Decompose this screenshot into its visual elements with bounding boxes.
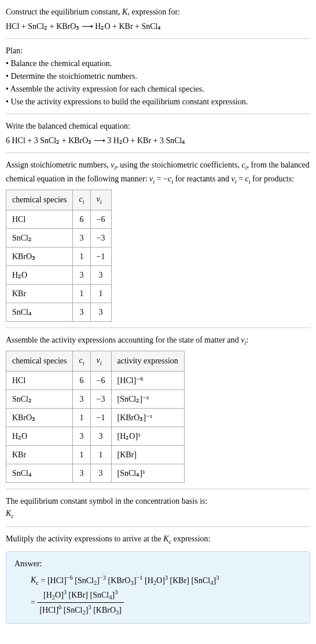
- intro-section: Construct the equilibrium constant, K, e…: [6, 6, 310, 32]
- answer-line1: Kc = [HCl]−6 [SnCl2]−3 [KBrO3]−1 [H2O]3 …: [31, 573, 302, 588]
- table-cell: H₂O: [6, 265, 73, 284]
- divider: [6, 489, 310, 489]
- table-cell: −6: [90, 371, 111, 390]
- plan-item: • Determine the stoichiometric numbers.: [6, 70, 310, 82]
- answer-line2: = [H2O]3 [KBr] [SnCl4]3 [HCl]6 [SnCl2]3 …: [31, 588, 302, 617]
- table-cell: [SnCl₄]³: [111, 464, 184, 482]
- table-row: HCl 6 −6 [HCl]⁻⁶: [6, 371, 185, 390]
- table-cell: SnCl₂: [6, 228, 73, 247]
- table-cell: [KBr]: [111, 445, 184, 464]
- table-cell: SnCl₂: [6, 390, 73, 408]
- stoich-table: chemical species ci νi HCl 6 −6 SnCl₂ 3 …: [6, 190, 112, 322]
- table-cell: [H₂O]³: [111, 427, 184, 445]
- assemble-text: Assemble the activity expressions accoun…: [6, 334, 310, 348]
- balanced-heading: Write the balanced chemical equation:: [6, 120, 310, 132]
- table-row: KBr 1 1: [6, 284, 112, 303]
- divider: [6, 114, 310, 114]
- table-header-row: chemical species ci νi: [6, 190, 112, 210]
- table-header: ci: [73, 351, 90, 372]
- table-cell: 6: [73, 371, 90, 390]
- table-row: KBrO₃ 1 −1 [KBrO₃]⁻¹: [6, 408, 185, 427]
- table-cell: 3: [90, 303, 111, 321]
- table-header: νi: [90, 351, 111, 372]
- table-cell: [KBrO₃]⁻¹: [111, 408, 184, 427]
- answer-numerator: [H2O]3 [KBr] [SnCl4]3: [37, 588, 124, 603]
- answer-label: Answer:: [14, 558, 302, 570]
- symbol-section: The equilibrium constant symbol in the c…: [6, 495, 310, 521]
- table-header: activity expression: [111, 351, 184, 372]
- table-cell: 3: [90, 427, 111, 445]
- plan-section: Plan: • Balance the chemical equation. •…: [6, 45, 310, 108]
- table-row: H₂O 3 3 [H₂O]³: [6, 427, 185, 445]
- assign-section: Assign stoichiometric numbers, νi, using…: [6, 159, 310, 322]
- table-cell: KBrO₃: [6, 247, 73, 265]
- answer-denominator: [HCl]6 [SnCl2]3 [KBrO3]: [37, 603, 124, 617]
- table-row: KBr 1 1 [KBr]: [6, 445, 185, 464]
- table-cell: 3: [73, 265, 90, 284]
- table-cell: 1: [90, 445, 111, 464]
- table-cell: 3: [73, 390, 90, 408]
- table-cell: KBrO₃: [6, 408, 73, 427]
- table-cell: 1: [73, 247, 90, 265]
- divider: [6, 328, 310, 328]
- table-cell: 3: [73, 303, 90, 321]
- table-row: KBrO₃ 1 −1: [6, 247, 112, 265]
- plan-item: • Balance the chemical equation.: [6, 57, 310, 70]
- plan-item: • Assemble the activity expression for e…: [6, 83, 310, 95]
- table-cell: H₂O: [6, 427, 73, 445]
- symbol-kc: Kc: [6, 507, 310, 521]
- table-cell: SnCl₄: [6, 464, 73, 482]
- table-cell: [SnCl₂]⁻³: [111, 390, 184, 408]
- table-cell: SnCl₄: [6, 303, 73, 321]
- multiply-section: Mulitply the activity expressions to arr…: [6, 533, 310, 547]
- plan-heading: Plan:: [6, 45, 310, 57]
- table-cell: 1: [73, 284, 90, 303]
- table-cell: 3: [73, 427, 90, 445]
- table-header: ci: [73, 190, 90, 210]
- answer-fraction: [H2O]3 [KBr] [SnCl4]3 [HCl]6 [SnCl2]3 [K…: [37, 588, 124, 617]
- symbol-text: The equilibrium constant symbol in the c…: [6, 495, 310, 507]
- divider: [6, 38, 310, 39]
- table-cell: −6: [90, 210, 111, 228]
- table-cell: HCl: [6, 210, 73, 228]
- answer-expression: Kc = [HCl]−6 [SnCl2]−3 [KBrO3]−1 [H2O]3 …: [14, 573, 302, 618]
- table-cell: 6: [73, 210, 90, 228]
- table-row: HCl 6 −6: [6, 210, 112, 228]
- table-cell: 1: [73, 408, 90, 427]
- activity-table: chemical species ci νi activity expressi…: [6, 351, 185, 483]
- table-cell: 1: [90, 284, 111, 303]
- multiply-text: Mulitply the activity expressions to arr…: [6, 533, 310, 547]
- table-cell: [HCl]⁻⁶: [111, 371, 184, 390]
- table-cell: 3: [90, 464, 111, 482]
- divider: [6, 526, 310, 527]
- table-cell: KBr: [6, 445, 73, 464]
- divider: [6, 152, 310, 153]
- assign-text: Assign stoichiometric numbers, νi, using…: [6, 159, 310, 186]
- table-cell: −1: [90, 247, 111, 265]
- table-header-row: chemical species ci νi activity expressi…: [6, 351, 185, 372]
- table-row: SnCl₂ 3 −3: [6, 228, 112, 247]
- plan-item: • Use the activity expressions to build …: [6, 96, 310, 108]
- table-cell: −3: [90, 390, 111, 408]
- balanced-equation: 6 HCl + 3 SnCl₂ + KBrO₃ ⟶ 3 H₂O + KBr + …: [6, 134, 310, 147]
- intro-equation: HCl + SnCl₂ + KBrO₃ ⟶ H₂O + KBr + SnCl₄: [6, 20, 310, 32]
- table-header: νi: [90, 190, 111, 210]
- table-cell: −1: [90, 408, 111, 427]
- table-row: SnCl₂ 3 −3 [SnCl₂]⁻³: [6, 390, 185, 408]
- intro-title: Construct the equilibrium constant, K, e…: [6, 6, 310, 18]
- table-cell: −3: [90, 228, 111, 247]
- table-header: chemical species: [6, 190, 73, 210]
- answer-box: Answer: Kc = [HCl]−6 [SnCl2]−3 [KBrO3]−1…: [6, 551, 310, 624]
- table-cell: KBr: [6, 284, 73, 303]
- balanced-section: Write the balanced chemical equation: 6 …: [6, 120, 310, 147]
- table-row: SnCl₄ 3 3 [SnCl₄]³: [6, 464, 185, 482]
- table-row: SnCl₄ 3 3: [6, 303, 112, 321]
- table-row: H₂O 3 3: [6, 265, 112, 284]
- table-header: chemical species: [6, 351, 73, 372]
- table-cell: 3: [90, 265, 111, 284]
- table-cell: 1: [73, 445, 90, 464]
- table-cell: 3: [73, 228, 90, 247]
- table-cell: HCl: [6, 371, 73, 390]
- assemble-section: Assemble the activity expressions accoun…: [6, 334, 310, 483]
- table-cell: 3: [73, 464, 90, 482]
